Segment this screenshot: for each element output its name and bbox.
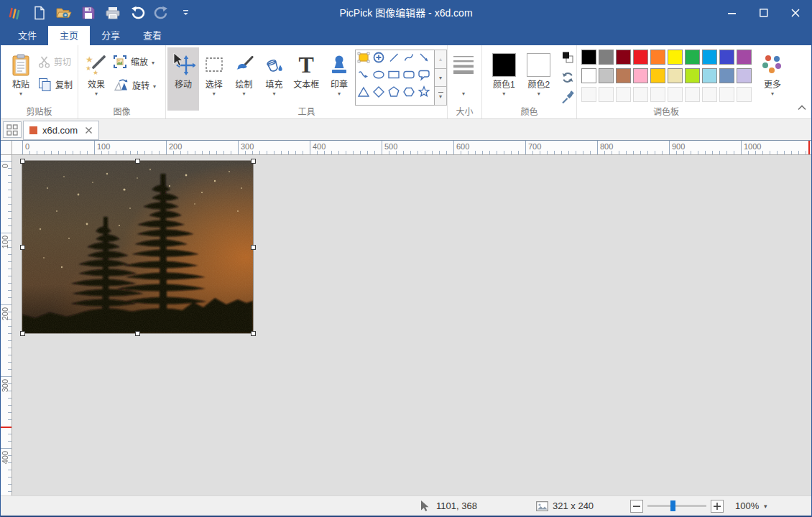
move-tool-button[interactable]: 移动 [167, 47, 199, 111]
palette-swatch[interactable] [650, 50, 665, 65]
shape-hexagon-icon[interactable] [402, 85, 416, 102]
zoom-out-icon[interactable] [630, 500, 643, 513]
stamp-tool-button[interactable]: 印章 ▾ [323, 47, 355, 111]
h-ruler-label: 600 [456, 142, 469, 151]
tab-file[interactable]: 文件 [6, 26, 48, 45]
shape-curve-arrow-icon[interactable] [356, 67, 371, 85]
fill-bucket-icon [264, 50, 284, 80]
zoom-dropdown-icon[interactable]: ▾ [764, 496, 767, 516]
tab-home[interactable]: 主页 [48, 26, 90, 45]
shape-circle-plus-icon[interactable] [372, 50, 386, 67]
palette-swatch-empty[interactable] [633, 87, 648, 102]
document-tab-close-icon[interactable] [85, 124, 93, 137]
canvas-image[interactable] [22, 161, 253, 333]
resize-button[interactable]: 缩放 ▾ [113, 54, 156, 71]
shape-diamond-icon[interactable] [372, 85, 386, 102]
palette-swatch[interactable] [685, 68, 700, 83]
palette-swatch[interactable] [616, 68, 631, 83]
group-label-clipboard: 剪贴板 [1, 105, 78, 117]
selection-handle[interactable] [20, 159, 25, 164]
palette-swatch-empty[interactable] [650, 87, 665, 102]
zoom-in-icon[interactable] [711, 500, 724, 513]
palette-swatch-empty[interactable] [581, 87, 596, 102]
palette-swatch-empty[interactable] [599, 87, 614, 102]
effects-button[interactable]: ★ ★ ★ 效果 ▾ [81, 47, 111, 111]
shape-line-icon[interactable] [387, 50, 401, 67]
textbox-tool-button[interactable]: T 文本框 [289, 47, 323, 111]
palette-swatch[interactable] [633, 68, 648, 83]
copy-button[interactable]: 复制 [38, 77, 73, 94]
document-tab[interactable]: x6d.com [23, 121, 99, 140]
minimize-icon[interactable] [716, 0, 748, 26]
palette-swatch[interactable] [668, 68, 683, 83]
gallery-scroll-down-icon[interactable]: ▾ [435, 69, 447, 88]
shape-rounded-rectangle-icon[interactable] [402, 67, 416, 85]
shape-arrow-line-icon[interactable] [417, 50, 431, 67]
palette-swatch[interactable] [616, 50, 631, 65]
shape-rectangle-icon[interactable] [387, 67, 401, 85]
close-icon[interactable] [780, 0, 811, 26]
selection-handle[interactable] [20, 331, 25, 336]
palette-swatch[interactable] [702, 68, 717, 83]
swap-colors-icon[interactable] [559, 50, 576, 65]
shape-pentagon-icon[interactable] [387, 85, 401, 102]
selection-handle[interactable] [251, 331, 256, 336]
palette-swatch[interactable] [581, 68, 596, 83]
palette-swatch[interactable] [719, 50, 734, 65]
palette-swatch-empty[interactable] [668, 87, 683, 102]
eyedropper-icon[interactable] [559, 90, 576, 106]
shape-ellipse-icon[interactable] [372, 67, 386, 85]
palette-swatch-empty[interactable] [737, 87, 752, 102]
collapse-ribbon-icon[interactable] [797, 101, 807, 114]
palette-swatch[interactable] [737, 68, 752, 83]
selection-handle[interactable] [135, 331, 140, 336]
palette-swatch[interactable] [668, 50, 683, 65]
palette-swatch[interactable] [599, 68, 614, 83]
selection-handle[interactable] [20, 245, 25, 250]
color1-button[interactable]: 颜色1 ▾ [489, 47, 519, 111]
palette-swatch[interactable] [737, 50, 752, 65]
palette-swatch[interactable] [599, 50, 614, 65]
palette-swatch[interactable] [650, 68, 665, 83]
palette-swatch-empty[interactable] [702, 87, 717, 102]
gallery-scroll-up-icon[interactable]: ▴ [435, 50, 447, 69]
palette-swatch-empty[interactable] [616, 87, 631, 102]
shape-star-icon[interactable] [417, 85, 431, 102]
selection-handle[interactable] [251, 245, 256, 250]
selection-handle[interactable] [251, 159, 256, 164]
reset-colors-icon[interactable] [559, 70, 576, 85]
palette-swatch-empty[interactable] [719, 87, 734, 102]
selection-handle[interactable] [135, 159, 140, 164]
line-width-button[interactable]: ▾ [448, 47, 479, 111]
tab-share[interactable]: 分享 [90, 26, 132, 45]
color2-button[interactable]: 颜色2 ▾ [525, 47, 554, 111]
shape-triangle-icon[interactable] [356, 85, 371, 102]
group-label-size: 大小 [448, 105, 481, 117]
palette-swatch-empty[interactable] [685, 87, 700, 102]
shape-speech-bubble-icon[interactable] [417, 67, 431, 85]
palette-swatch[interactable] [633, 50, 648, 65]
select-tool-button[interactable]: 选择 ▾ [199, 47, 229, 111]
shape-curve-icon[interactable] [402, 50, 416, 67]
rotate-icon [113, 78, 129, 95]
cut-button[interactable]: 剪切 [38, 54, 73, 71]
palette-swatch[interactable] [719, 68, 734, 83]
shape-highlight-rect-icon[interactable] [356, 50, 371, 67]
v-ruler-label: 200 [1, 307, 9, 320]
fill-tool-button[interactable]: 填充 ▾ [259, 47, 290, 111]
rotate-button[interactable]: 旋转 ▾ [113, 78, 156, 95]
h-ruler-label: 500 [384, 142, 397, 151]
gallery-more-icon[interactable]: ▾ [435, 87, 447, 106]
palette-swatch[interactable] [685, 50, 700, 65]
draw-tool-button[interactable]: 绘制 ▾ [229, 47, 259, 111]
tab-list-grid-icon[interactable] [3, 121, 22, 138]
maximize-icon[interactable] [748, 0, 780, 26]
zoom-slider[interactable] [647, 496, 706, 516]
palette-swatch[interactable] [581, 50, 596, 65]
paste-button[interactable]: 粘贴 ▾ [6, 47, 35, 111]
tab-view[interactable]: 查看 [132, 26, 173, 45]
zoom-slider-handle[interactable] [670, 500, 675, 511]
palette-swatch[interactable] [702, 50, 717, 65]
more-colors-button[interactable]: 更多 ▾ [757, 47, 788, 111]
editor-canvas[interactable] [12, 155, 812, 495]
